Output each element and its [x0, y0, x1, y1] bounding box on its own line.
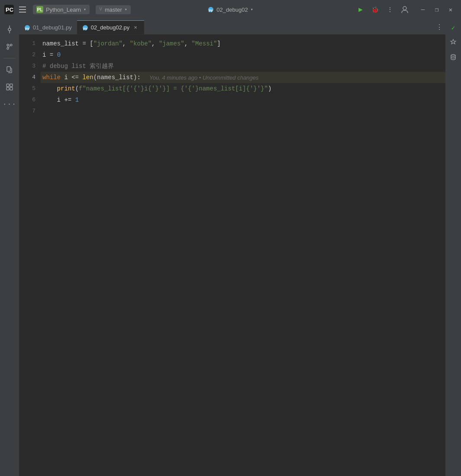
token-str-messi: "Messi" — [192, 40, 217, 47]
token-names_list: names_list — [42, 40, 79, 47]
branch-icon: ⑂ — [99, 6, 102, 13]
line-num-3: 3 — [32, 61, 35, 72]
sidebar-item-git[interactable] — [2, 39, 17, 55]
branch-selector[interactable]: ⑂ master ▾ — [96, 5, 131, 14]
token-eq1: = — [79, 40, 90, 47]
svg-text:py: py — [25, 26, 29, 30]
branch-chevron-icon: ▾ — [125, 7, 127, 12]
svg-rect-15 — [10, 87, 13, 90]
line-num-7: 7 — [32, 106, 35, 117]
svg-rect-11 — [7, 67, 10, 71]
token-indent6 — [42, 96, 57, 103]
database-button[interactable] — [447, 51, 459, 63]
code-line-7 — [41, 106, 445, 117]
sidebar-divider — [3, 58, 16, 58]
token-eq2: = — [46, 51, 57, 58]
token-one: 1 — [75, 96, 79, 103]
line-num-5: 5 — [32, 83, 35, 94]
token-comma3: , — [184, 40, 192, 47]
right-sidebar: ✓ — [445, 19, 461, 476]
code-line-4: while i <= len ( names_list ): You, 4 mi… — [41, 72, 445, 83]
token-str-jordan: "jordan" — [93, 40, 123, 47]
token-plus-eq: += — [61, 96, 75, 103]
token-i: i — [42, 51, 46, 58]
token-str-james: "james" — [159, 40, 184, 47]
token-comma1: , — [123, 40, 130, 47]
sidebar-item-plugins[interactable] — [2, 79, 17, 95]
line-num-4: 4 — [32, 72, 35, 83]
sidebar-item-commit[interactable] — [2, 22, 17, 37]
token-while-cond: i <= — [61, 74, 82, 81]
token-indent5 — [42, 85, 57, 92]
tab-debug02[interactable]: py 02_debug02.py ✕ — [77, 20, 145, 34]
line-num-2: 2 — [32, 49, 35, 61]
code-line-1: names_list = [ "jordan" , "kobe" , "jame… — [41, 38, 445, 49]
svg-point-5 — [8, 28, 11, 31]
svg-point-10 — [7, 48, 9, 49]
svg-rect-14 — [6, 87, 9, 90]
token-comment: # debug list 索引越界 — [42, 62, 114, 70]
svg-point-8 — [7, 44, 9, 46]
app-icon: PC — [4, 5, 14, 14]
svg-text:PC: PC — [6, 6, 14, 13]
token-names_list2: names_list — [97, 74, 133, 81]
token-i2: i — [57, 96, 61, 103]
token-while: while — [42, 74, 61, 81]
svg-rect-12 — [6, 84, 9, 87]
project-icon: PL — [36, 6, 43, 13]
left-sidebar: ··· — [0, 19, 19, 476]
user-button[interactable] — [399, 3, 411, 16]
current-file-title[interactable]: py 02_debug02 ▾ — [208, 6, 253, 13]
branch-name: master — [105, 6, 122, 13]
tab-debug02-label: 02_debug02.py — [91, 24, 130, 31]
svg-rect-13 — [10, 84, 13, 87]
project-name: Python_Learn — [46, 6, 81, 13]
editor-area: py 01_debug01.py py 02_debug02.py ✕ ⋮ 1 … — [19, 19, 445, 476]
title-bar-right: ▶ 🐞 ⋮ — ❐ ✕ — [306, 3, 457, 16]
tabs-more-button[interactable]: ⋮ — [433, 20, 445, 34]
line-num-1: 1 — [32, 38, 35, 49]
tab-debug01-label: 01_debug01.py — [33, 24, 72, 31]
window-controls: — ❐ ✕ — [417, 3, 457, 16]
token-paren-open: ( — [93, 74, 97, 81]
tab-close-button[interactable]: ✕ — [132, 24, 139, 31]
tab-debug01[interactable]: py 01_debug01.py — [19, 20, 77, 34]
code-line-3: # debug list 索引越界 — [41, 61, 445, 72]
code-line-6: i += 1 — [41, 94, 445, 106]
token-comma2: , — [152, 40, 159, 47]
code-line-5: print ( f"names_list[{'{'}i{'}'}] = {'{'… — [41, 83, 445, 94]
vcs-check-button[interactable]: ✓ — [447, 22, 459, 34]
title-bar: PC PL Python_Learn ▾ ⑂ master ▾ py 02_de… — [0, 0, 461, 19]
close-button[interactable]: ✕ — [445, 3, 457, 16]
svg-text:py: py — [83, 26, 87, 30]
maximize-button[interactable]: ❐ — [431, 3, 443, 16]
svg-point-20 — [451, 55, 455, 56]
code-line-2: i = 0 — [41, 49, 445, 61]
minimize-button[interactable]: — — [417, 3, 429, 16]
line-num-6: 6 — [32, 94, 35, 106]
title-bar-center: py 02_debug02 ▾ — [155, 6, 306, 13]
more-options-button[interactable]: ⋮ — [384, 3, 396, 16]
debug-button[interactable]: 🐞 — [369, 3, 381, 16]
ai-assistant-button[interactable] — [447, 36, 459, 48]
token-str-kobe: "kobe" — [130, 40, 152, 47]
tabs-bar: py 01_debug01.py py 02_debug02.py ✕ ⋮ — [19, 19, 445, 35]
sidebar-item-files[interactable] — [2, 62, 17, 77]
run-button[interactable]: ▶ — [355, 3, 367, 16]
title-bar-left: PC PL Python_Learn ▾ ⑂ master ▾ — [4, 3, 155, 16]
token-print-paren: ( — [75, 85, 79, 92]
code-content[interactable]: names_list = [ "jordan" , "kobe" , "jame… — [41, 35, 445, 476]
file-title-name: 02_debug02 — [216, 6, 248, 13]
svg-point-9 — [10, 44, 12, 46]
project-selector[interactable]: PL Python_Learn ▾ — [33, 5, 90, 14]
sidebar-item-more[interactable]: ··· — [2, 96, 17, 112]
hamburger-menu[interactable] — [17, 3, 29, 16]
token-bracket-close: ] — [217, 40, 220, 47]
code-editor: 1 2 3 4 5 6 7 names_list = [ "jordan" , — [19, 35, 445, 476]
token-fstring: f"names_list[{'{'}i{'}'}] = {'{'}names_l… — [79, 85, 268, 92]
project-chevron-icon: ▾ — [84, 7, 86, 12]
token-bracket-open: [ — [90, 40, 93, 47]
token-print: print — [57, 85, 75, 92]
line-numbers: 1 2 3 4 5 6 7 — [19, 35, 41, 476]
token-len: len — [82, 74, 93, 81]
